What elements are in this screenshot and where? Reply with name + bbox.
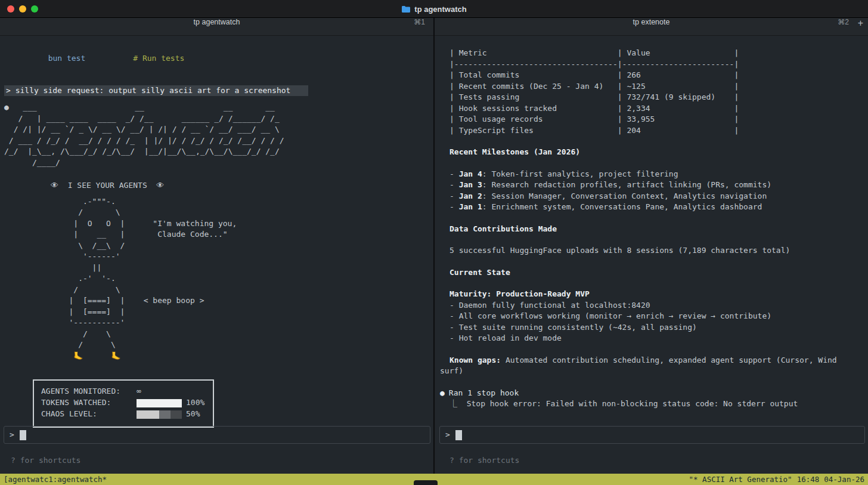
eyes-line: 👁 I SEE YOUR AGENTS 👁	[51, 180, 433, 191]
tokens-watched-label: TOKENS WATCHED:	[41, 397, 137, 409]
tab-agentwatch[interactable]: tp agentwatch	[194, 18, 240, 26]
command-line: bun test# Run tests	[11, 42, 433, 75]
window-title-area: tp agentwatch	[0, 0, 868, 18]
milestone-bullet: -	[450, 169, 459, 178]
milestone-item: - Jan 1: Enrichment system, Conversation…	[450, 202, 868, 213]
divider-handle[interactable]	[414, 480, 438, 485]
stop-hook-line: ●Ran 1 stop hook	[440, 388, 868, 399]
left-terminal-content: bun test# Run tests > silly side request…	[0, 36, 433, 428]
window-title: tp agentwatch	[414, 5, 466, 14]
shortcuts-hint: ? for shortcuts	[450, 455, 519, 467]
tokens-progress-bar	[137, 399, 182, 407]
milestone-bullet: -	[450, 202, 459, 211]
stop-hook-error: ⎿ Stop hook error: Failed with non-block…	[450, 398, 868, 410]
right-prompt-input[interactable]: >	[439, 426, 865, 444]
text-cursor	[20, 430, 26, 440]
known-gaps-wrap: surf)	[440, 366, 868, 377]
window-titlebar: tp agentwatch	[0, 0, 868, 18]
chaos-level-value: 50%	[186, 409, 200, 420]
status-right-info: "* ASCII Art Generatio"16:4804-Jan-26	[684, 474, 864, 485]
pane-divider[interactable]	[433, 18, 435, 474]
stats-row-agents: AGENTS MONITORED: ∞	[41, 386, 206, 397]
milestone-text: : Token-first analytics, project filteri…	[482, 169, 678, 178]
agents-monitored-label: AGENTS MONITORED:	[41, 386, 137, 397]
known-gaps-label: Known gaps:	[450, 356, 501, 364]
ascii-banner: ● ___ __ __ __ / | ____ ____ ____ _/ /__…	[4, 102, 433, 168]
status-time: 16:48	[797, 475, 820, 484]
command-text: bun test	[48, 54, 86, 63]
new-tab-button[interactable]: +	[858, 18, 863, 29]
contributions-text: 5 successful HuggingFace uploads with 8 …	[450, 245, 868, 257]
chaos-level-label: CHAOS LEVEL:	[41, 409, 137, 420]
terminal-window: tp agentwatch tp agentwatch ⌘1 tp exteno…	[0, 0, 868, 485]
current-state-list: - Daemon fully functional at localhost:8…	[450, 300, 868, 344]
stats-box: AGENTS MONITORED: ∞ TOKENS WATCHED: 100%…	[33, 379, 214, 428]
tab-shortcut-2: ⌘2	[838, 18, 849, 26]
milestone-text: : Enrichment system, Conversations Pane,…	[482, 202, 762, 211]
milestone-item: - Jan 2: Session Manager, Conversation C…	[450, 191, 868, 202]
right-terminal-content: | Metric | Value | |--------------------…	[436, 36, 868, 410]
status-date: 04-Jan-26	[824, 475, 864, 484]
pane-extenote: | Metric | Value | |--------------------…	[436, 36, 868, 474]
milestone-date: Jan 2	[459, 191, 482, 200]
milestone-date: Jan 1	[459, 202, 482, 211]
folder-icon	[401, 5, 411, 13]
shortcuts-hint: ? for shortcuts	[11, 455, 80, 467]
tokens-watched-value: 100%	[186, 397, 204, 409]
status-pane-title: "* ASCII Art Generatio"	[689, 475, 792, 484]
agents-monitored-value: ∞	[137, 386, 141, 397]
stats-row-tokens: TOKENS WATCHED: 100%	[41, 397, 206, 409]
milestone-bullet: -	[450, 191, 459, 200]
milestone-text: : Session Manager, Conversation Context,…	[482, 191, 767, 200]
pane-agentwatch: bun test# Run tests > silly side request…	[0, 36, 433, 474]
left-tab-bar: tp agentwatch ⌘1	[0, 18, 433, 36]
maturity-line: Maturity: Production-Ready MVP	[450, 289, 868, 300]
robot-art: .-"""-. / \ | O O | "I'm watching you, |…	[55, 196, 433, 362]
tab-extenote[interactable]: tp extenote	[633, 18, 670, 26]
metrics-table: | Metric | Value | |--------------------…	[450, 48, 868, 136]
milestone-text: : Research redaction profiles, artifact …	[482, 180, 771, 189]
stats-row-chaos: CHAOS LEVEL: 50%	[41, 409, 206, 420]
tab-shortcut-1: ⌘1	[414, 18, 425, 26]
status-session-info: [agentwatc1:agentwatch*	[4, 474, 107, 485]
text-cursor	[455, 430, 462, 440]
known-gaps-line: Known gaps: Automated contribution sched…	[450, 355, 868, 366]
right-tab-bar: tp extenote ⌘2 +	[435, 18, 868, 36]
command-comment: # Run tests	[133, 54, 184, 63]
contributions-heading: Data Contributions Made	[450, 224, 868, 235]
milestone-date: Jan 4	[459, 169, 482, 178]
prompt-symbol: >	[445, 430, 450, 441]
stop-hook-text: Ran 1 stop hook	[449, 388, 519, 397]
user-request-line: > silly side request: output silly ascii…	[4, 85, 308, 97]
known-gaps-text: Automated contribution scheduling, expan…	[501, 356, 837, 364]
prompt-symbol: >	[10, 430, 14, 441]
milestones-heading: Recent Milestones (Jan 2026)	[450, 147, 868, 158]
milestone-bullet: -	[450, 180, 459, 189]
hook-bullet-icon: ●	[440, 388, 445, 397]
milestone-item: - Jan 4: Token-first analytics, project …	[450, 169, 868, 180]
chaos-progress-bar	[137, 410, 182, 419]
current-state-heading: Current State	[450, 267, 868, 279]
milestone-item: - Jan 3: Research redaction profiles, ar…	[450, 180, 868, 191]
milestone-date: Jan 3	[459, 180, 482, 189]
left-prompt-input[interactable]: >	[4, 426, 430, 444]
